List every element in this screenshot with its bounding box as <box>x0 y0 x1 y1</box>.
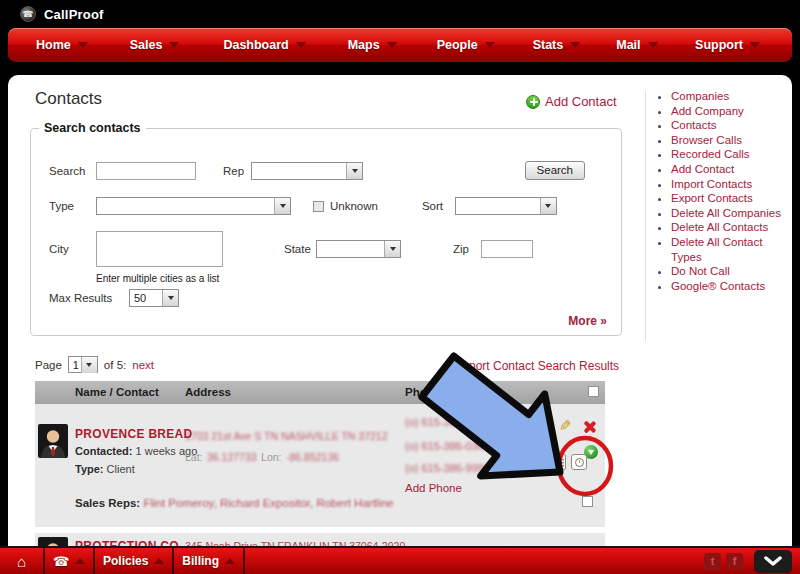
nav-item-people[interactable]: People <box>437 38 495 52</box>
content-card: Contacts Add Contact Search contacts Sea… <box>8 75 792 574</box>
chevron-down-icon <box>78 42 88 48</box>
notes-icon[interactable] <box>553 454 566 470</box>
chevron-down-icon <box>296 42 306 48</box>
max-results-select[interactable]: 50 <box>129 289 179 307</box>
sidebar-item-delete-all-companies: Delete All Companies <box>671 206 790 221</box>
nav-item-maps[interactable]: Maps <box>348 38 397 52</box>
search-button[interactable]: Search <box>525 161 585 180</box>
search-contacts-fieldset: Search contacts Search Rep Search Type U… <box>30 121 622 336</box>
pagination: Page 1 of 5: next <box>35 356 154 373</box>
contact-name-link[interactable]: PROVENCE BREAD <box>75 427 193 441</box>
state-label: State <box>284 243 316 255</box>
call-phone-icon[interactable]: ☎ <box>495 439 508 452</box>
bottombar-phone-button[interactable]: ☎ <box>45 548 95 574</box>
sort-select[interactable] <box>455 197 557 215</box>
dropdown-arrow-icon <box>346 163 362 179</box>
add-contact-link[interactable]: Add Contact <box>526 94 617 109</box>
sidebar-item-add-contact: Add Contact <box>671 162 790 177</box>
content-sidebar-divider <box>645 91 646 341</box>
type-select[interactable] <box>96 197 291 215</box>
edit-pencil-icon[interactable]: ✎ <box>559 417 572 435</box>
bottombar-spacer <box>245 548 704 574</box>
nav-item-stats[interactable]: Stats <box>533 38 581 52</box>
chevron-up-icon <box>75 558 85 564</box>
history-clock-icon[interactable] <box>571 454 587 470</box>
sidebar-item-delete-all-contact-types: Delete All Contact Types <box>671 235 790 264</box>
contact-avatar <box>38 424 68 458</box>
sidebar-item-companies: Companies <box>671 89 790 104</box>
sidebar-item-import-contacts: Import Contacts <box>671 177 790 192</box>
sort-label: Sort <box>422 200 455 212</box>
chevron-down-icon <box>387 42 397 48</box>
main-nav: Home Sales Dashboard Maps People Stats M… <box>8 28 792 62</box>
contacted-label: Contacted: <box>75 445 132 457</box>
type-label: Type: <box>75 463 104 475</box>
delete-x-icon[interactable] <box>582 420 596 434</box>
phone-number: (o) 615-386-03 <box>405 416 478 428</box>
bottombar-home-button[interactable]: ⌂ <box>0 548 45 574</box>
call-phone-icon[interactable]: ☎ <box>495 461 508 474</box>
export-results-link[interactable]: Export Contact Search Results <box>455 359 619 373</box>
unknown-label: Unknown <box>330 200 378 212</box>
state-select[interactable] <box>316 240 401 258</box>
top-bar: ☎ CallProof <box>0 0 800 28</box>
twitter-icon[interactable]: t <box>704 553 721 570</box>
chevron-up-icon <box>225 558 235 564</box>
dropdown-arrow-icon <box>81 357 97 373</box>
nav-item-mail[interactable]: Mail <box>616 38 657 52</box>
nav-item-support[interactable]: Support <box>695 38 760 52</box>
callproof-logo-icon: ☎ <box>20 6 36 22</box>
nav-item-dashboard[interactable]: Dashboard <box>223 38 305 52</box>
search-input[interactable] <box>96 162 196 180</box>
next-page-link[interactable]: next <box>132 359 154 371</box>
phone-number: (o) 615-386-9996 <box>405 462 490 474</box>
nav-item-home[interactable]: Home <box>36 38 88 52</box>
rep-select[interactable] <box>251 162 363 180</box>
chevron-down-icon <box>750 42 760 48</box>
header-address: Address <box>185 386 231 398</box>
search-contacts-legend: Search contacts <box>39 121 146 135</box>
unknown-checkbox[interactable] <box>313 201 324 212</box>
type-label: Type <box>49 200 96 212</box>
phone-number: (o) 615-386-0363 <box>405 440 490 452</box>
contacts-table: Name / Contact Address Phones PROVENCE B… <box>35 381 605 573</box>
bottombar-policies-button[interactable]: Policies <box>95 548 174 574</box>
nav-item-sales[interactable]: Sales <box>130 38 180 52</box>
dropdown-arrow-icon <box>274 198 290 214</box>
page-title: Contacts <box>35 89 102 109</box>
dropdown-arrow-icon <box>162 290 178 306</box>
row-checkbox[interactable] <box>582 496 593 507</box>
dropdown-arrow-icon <box>384 241 400 257</box>
sales-reps-value: Flint Pomeroy, Richard Expositor, Robert… <box>143 497 393 509</box>
chevron-down-icon <box>570 42 580 48</box>
table-row: PROVENCE BREAD Contacted: 1 weeks ago Ty… <box>35 404 605 527</box>
facebook-icon[interactable]: f <box>726 553 743 570</box>
zip-input[interactable] <box>481 240 533 258</box>
page-of-label: of 5: <box>104 359 126 371</box>
select-all-checkbox[interactable] <box>588 386 599 397</box>
sidebar-item-recorded-calls: Recorded Calls <box>671 147 790 162</box>
collapse-bar-button[interactable] <box>754 550 792 573</box>
chevron-up-icon <box>154 558 164 564</box>
page-label: Page <box>35 359 62 371</box>
page-select[interactable]: 1 <box>68 356 98 373</box>
lat-label: Lat: <box>185 451 203 463</box>
sidebar-item-do-not-call: Do Not Call <box>671 264 790 279</box>
more-link[interactable]: More » <box>568 314 607 328</box>
phone-icon: ☎ <box>53 555 69 568</box>
sales-reps-label: Sales Reps: <box>75 497 140 509</box>
lon-value: -86.852136 <box>286 451 339 463</box>
sidebar-item-add-company: Add Company <box>671 104 790 119</box>
zip-label: Zip <box>453 243 481 255</box>
add-phone-link[interactable]: Add Phone <box>405 482 462 494</box>
contact-address: 1703 21st Ave S TN NASHVILLE TN 37212 <box>185 430 395 442</box>
sidebar-item-export-contacts: Export Contacts <box>671 191 790 206</box>
chevron-down-icon <box>169 42 179 48</box>
header-phones: Phones <box>405 386 447 398</box>
city-textarea[interactable] <box>96 231 223 267</box>
bottombar-billing-button[interactable]: Billing <box>174 548 245 574</box>
type-value: Client <box>107 463 135 475</box>
bottom-bar: ⌂ ☎ Policies Billing t f <box>0 546 800 574</box>
lat-value: 36.127733 <box>207 451 257 463</box>
chevron-down-icon <box>648 42 658 48</box>
